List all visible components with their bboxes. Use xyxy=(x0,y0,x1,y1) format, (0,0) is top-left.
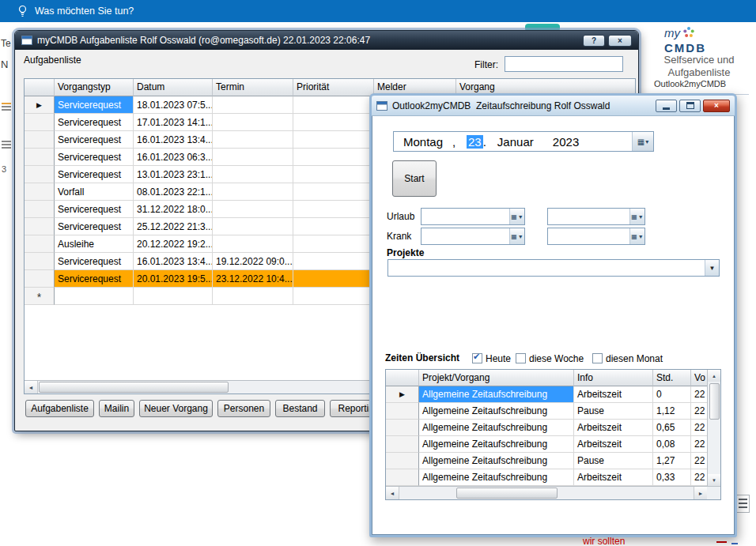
cell-termin[interactable] xyxy=(213,131,293,149)
sidebar-link-outlook2mycmdb[interactable]: Outlook2myCMDB xyxy=(648,79,749,95)
cell-info[interactable]: Arbeitszeit xyxy=(574,386,653,403)
aufgabenliste-button[interactable]: Aufgabenliste xyxy=(25,400,94,417)
scroll-down-icon[interactable]: ▼ xyxy=(708,474,720,486)
cell-termin[interactable] xyxy=(213,201,293,218)
calendar-dropdown-button[interactable]: ▦▼ xyxy=(509,209,524,224)
row-header[interactable] xyxy=(25,270,55,288)
row-header[interactable]: * xyxy=(25,288,55,305)
cell-datum[interactable]: 16.01.2023 13:4... xyxy=(134,131,213,149)
cell-prioritaet[interactable] xyxy=(293,218,374,235)
row-header[interactable] xyxy=(386,453,419,469)
table-row[interactable]: Allgemeine Zeitaufschreibung Pause 1,27 … xyxy=(386,453,720,469)
row-header[interactable] xyxy=(25,114,55,131)
cell-vorgangstyp[interactable]: Servicerequest xyxy=(55,253,134,270)
cell-termin[interactable] xyxy=(213,288,293,305)
cell-termin[interactable] xyxy=(213,149,293,166)
table-row[interactable]: Allgemeine Zeitaufschreibung Arbeitszeit… xyxy=(386,469,720,486)
cell-termin[interactable]: 19.12.2022 09:0... xyxy=(213,253,293,270)
neuer-vorgang-button[interactable]: Neuer Vorgang xyxy=(139,400,213,417)
cell-projekt[interactable]: Allgemeine Zeitaufschreibung xyxy=(419,453,574,469)
cell-prioritaet[interactable] xyxy=(293,235,374,253)
cell-std[interactable]: 0,33 xyxy=(653,469,691,486)
scrollbar-thumb[interactable] xyxy=(709,383,720,420)
krank-to-picker[interactable]: ▦▼ xyxy=(547,228,645,245)
urlaub-from-picker[interactable]: ▦▼ xyxy=(421,208,525,225)
menu-icon-box[interactable] xyxy=(736,495,750,513)
cell-datum[interactable]: 17.01.2023 14:1... xyxy=(134,114,213,131)
row-header[interactable] xyxy=(25,131,55,149)
table-row[interactable]: ▶ Allgemeine Zeitaufschreibung Arbeitsze… xyxy=(386,386,720,403)
table-row[interactable]: Allgemeine Zeitaufschreibung Arbeitszeit… xyxy=(386,436,720,453)
cell-projekt[interactable]: Allgemeine Zeitaufschreibung xyxy=(419,403,574,420)
scroll-right-icon[interactable]: ► xyxy=(694,487,707,499)
projekte-combobox[interactable]: ▼ xyxy=(387,259,720,277)
cell-termin[interactable] xyxy=(213,96,293,114)
help-button[interactable]: ? xyxy=(583,35,605,47)
cell-termin[interactable] xyxy=(213,114,293,131)
cell-prioritaet[interactable] xyxy=(293,149,374,166)
row-header[interactable] xyxy=(25,149,55,166)
tell-me-label[interactable]: Was möchten Sie tun? xyxy=(35,6,134,17)
bestand-button[interactable]: Bestand xyxy=(275,400,325,417)
col-header-termin[interactable]: Termin xyxy=(213,79,293,96)
cell-datum[interactable] xyxy=(134,288,213,305)
cell-termin[interactable] xyxy=(213,218,293,235)
cell-termin[interactable] xyxy=(213,166,293,183)
horizontal-scrollbar[interactable]: ◄ ► xyxy=(386,486,707,499)
checkbox-diesen-monat[interactable] xyxy=(592,353,603,363)
close-button[interactable]: × xyxy=(703,100,730,112)
checkbox-heute[interactable]: ✔ xyxy=(472,353,482,363)
cell-vorgangstyp[interactable]: Servicerequest xyxy=(55,149,134,166)
cell-projekt[interactable]: Allgemeine Zeitaufschreibung xyxy=(419,386,574,403)
calendar-dropdown-button[interactable]: ▦ ▾ xyxy=(632,132,653,151)
krank-from-picker[interactable]: ▦▼ xyxy=(421,228,525,245)
cell-vorgangstyp[interactable] xyxy=(55,288,134,305)
cell-std[interactable]: 0,08 xyxy=(653,436,691,453)
col-header-info[interactable]: Info xyxy=(574,370,653,386)
row-header[interactable] xyxy=(386,403,419,420)
cell-vorgangstyp[interactable]: Servicerequest xyxy=(55,218,134,235)
urlaub-to-picker[interactable]: ▦▼ xyxy=(547,208,645,225)
checkbox-diese-woche[interactable] xyxy=(516,353,526,363)
close-button[interactable]: × xyxy=(608,35,632,47)
cell-prioritaet[interactable] xyxy=(293,166,374,183)
row-header[interactable]: ▶ xyxy=(25,96,55,114)
cell-vorgangstyp[interactable]: Servicerequest xyxy=(55,270,134,288)
cell-prioritaet[interactable] xyxy=(293,114,374,131)
cell-info[interactable]: Pause xyxy=(574,403,653,420)
cell-info[interactable]: Arbeitszeit xyxy=(574,436,653,453)
cell-vorgangstyp[interactable]: Servicerequest xyxy=(55,114,134,131)
maximize-button[interactable] xyxy=(679,100,701,112)
cell-termin[interactable] xyxy=(213,235,293,253)
office-tell-me-bar[interactable]: Was möchten Sie tun? xyxy=(0,0,756,22)
cell-datum[interactable]: 18.01.2023 07:5... xyxy=(134,96,213,114)
cell-datum[interactable]: 08.01.2023 22:1... xyxy=(134,183,213,201)
cell-projekt[interactable]: Allgemeine Zeitaufschreibung xyxy=(419,436,574,453)
row-header[interactable] xyxy=(25,183,55,201)
cell-datum[interactable]: 16.01.2023 06:3... xyxy=(134,149,213,166)
personen-button[interactable]: Personen xyxy=(217,400,270,417)
date-month[interactable]: Januar xyxy=(497,135,543,149)
row-header[interactable] xyxy=(386,420,419,436)
cell-datum[interactable]: 16.01.2023 13:4... xyxy=(134,253,213,270)
filter-input[interactable] xyxy=(505,56,623,72)
cell-std[interactable]: 0,65 xyxy=(653,420,691,436)
scroll-up-icon[interactable]: ▲ xyxy=(708,370,720,382)
row-header[interactable] xyxy=(25,235,55,253)
cell-vorgangstyp[interactable]: Ausleihe xyxy=(55,235,134,253)
mailin-button[interactable]: Mailin xyxy=(99,400,134,417)
calendar-dropdown-button[interactable]: ▦▼ xyxy=(629,228,644,244)
cell-projekt[interactable]: Allgemeine Zeitaufschreibung xyxy=(419,469,574,486)
row-header[interactable] xyxy=(386,469,419,486)
start-button[interactable]: Start xyxy=(392,160,437,197)
minimize-button[interactable] xyxy=(656,100,677,112)
col-header-prioritaet[interactable]: Priorität xyxy=(293,79,374,96)
scroll-left-icon[interactable]: ◄ xyxy=(25,381,38,393)
checkbox-heute-label[interactable]: Heute xyxy=(486,353,511,364)
row-header[interactable] xyxy=(386,436,419,453)
row-header[interactable]: ▶ xyxy=(386,386,419,403)
grid-corner-cell[interactable] xyxy=(386,370,419,386)
col-header-projekt-vorgang[interactable]: Projekt/Vorgang xyxy=(419,370,574,386)
cell-prioritaet[interactable] xyxy=(293,96,374,114)
cell-vorgangstyp[interactable]: Servicerequest xyxy=(55,201,134,218)
